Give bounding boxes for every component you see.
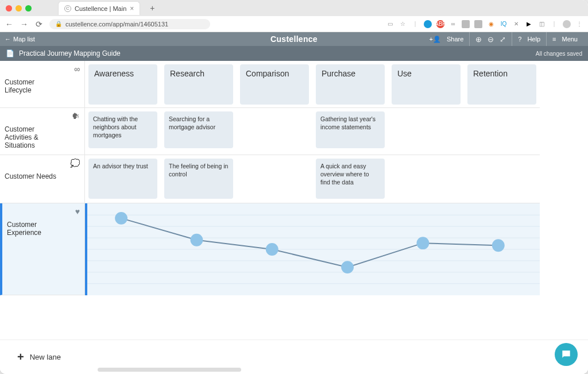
thought-bubble-icon: 💭	[70, 159, 80, 168]
phase-label: Purchase	[322, 69, 355, 78]
star-icon[interactable]: ☆	[399, 20, 407, 28]
chat-icon	[560, 349, 572, 360]
ext-icon[interactable]	[474, 20, 482, 28]
lane-header-activities[interactable]: Customer Activities & Situations 🗣	[0, 108, 85, 155]
sticky-card[interactable]: Searching for a mortgage advisor	[164, 111, 233, 148]
lane-header-experience[interactable]: Customer Experience ♥	[0, 203, 85, 295]
profile-avatar[interactable]	[563, 20, 571, 28]
window-close-icon[interactable]	[6, 5, 12, 11]
reader-icon[interactable]: ▭	[386, 20, 394, 28]
kebab-menu-icon[interactable]: ⋮	[575, 20, 583, 28]
browser-tab[interactable]: C Custellence | Main ×	[58, 1, 140, 15]
menu-label: Menu	[562, 36, 578, 43]
phase-label: Use	[397, 69, 412, 78]
heart-icon: ♥	[75, 207, 80, 216]
window-zoom-icon[interactable]	[25, 5, 32, 11]
tab-close-icon[interactable]: ×	[130, 5, 134, 13]
new-tab-button[interactable]: +	[147, 3, 157, 13]
sticky-text: A quick and easy overview where to find …	[320, 163, 369, 186]
app-topbar: ← Map list Custellence +👤 Share ⊕ ⊖ ⤢ ? …	[0, 32, 588, 46]
address-bar: ← → ⟳ 🔒 custellence.com/app/main/1460513…	[0, 16, 588, 32]
help-button[interactable]: ? Help	[512, 32, 546, 46]
nav-reload-icon[interactable]: ⟳	[34, 20, 44, 29]
lane-label: Customer Activities & Situations	[5, 114, 59, 149]
ext-icon[interactable]	[462, 20, 470, 28]
document-icon: 📄	[6, 49, 14, 57]
share-icon: +👤	[430, 36, 441, 43]
share-button[interactable]: +👤 Share	[424, 32, 470, 46]
phase-card[interactable]: Purchase	[316, 64, 385, 105]
experience-point[interactable]	[266, 243, 278, 256]
favicon-icon: C	[64, 5, 71, 12]
phase-card[interactable]: Use	[392, 64, 461, 105]
app-logo: Custellence	[270, 34, 318, 44]
share-label: Share	[447, 36, 463, 43]
phase-card[interactable]: Awareness	[88, 64, 157, 105]
ext-icon[interactable]: ◫	[537, 20, 546, 28]
ext-icon[interactable]: ∞	[449, 20, 457, 28]
titlebar: C Custellence | Main × +	[0, 0, 588, 16]
new-lane-button[interactable]: + New lane	[17, 350, 61, 364]
sticky-card[interactable]: An advisor they trust	[88, 159, 157, 199]
window-minimize-icon[interactable]	[16, 5, 22, 11]
url-field[interactable]: 🔒 custellence.com/app/main/14605131	[49, 19, 210, 29]
map-list-link[interactable]: ← Map list	[5, 36, 35, 43]
url-text: custellence.com/app/main/14605131	[65, 21, 168, 28]
phase-label: Research	[170, 69, 204, 78]
phase-card[interactable]: Retention	[467, 64, 536, 105]
ext-icon[interactable]: ▶	[525, 20, 533, 28]
intercom-launcher[interactable]	[555, 343, 578, 366]
document-title[interactable]: Practical Journey Mapping Guide	[19, 49, 121, 57]
phase-card[interactable]: Research	[164, 64, 233, 105]
lane-header-needs[interactable]: Customer Needs 💭	[0, 155, 85, 203]
experience-line-chart	[87, 203, 540, 295]
zoom-out-button[interactable]: ⊖	[488, 35, 494, 44]
infinity-icon: ∞	[74, 64, 80, 74]
phase-label: Awareness	[94, 69, 134, 78]
lane-header-lifecycle[interactable]: Customer Lifecycle ∞	[0, 61, 85, 108]
speaking-icon: 🗣	[72, 111, 80, 121]
phase-card[interactable]: Comparison	[240, 64, 309, 105]
ext-icon[interactable]: ◉	[487, 20, 495, 28]
save-state-label: All changes saved	[536, 51, 582, 57]
experience-point[interactable]	[492, 239, 505, 252]
browser-window: C Custellence | Main × + ← → ⟳ 🔒 custell…	[0, 0, 588, 374]
bottom-bar: + New lane	[0, 340, 588, 374]
adblock-icon[interactable]: ABP	[436, 20, 444, 28]
sticky-text: Chatting with the neighbors about mortga…	[93, 115, 138, 138]
map-list-label: Map list	[13, 36, 35, 43]
horizontal-scrollbar[interactable]	[98, 368, 241, 372]
sticky-text: Gathering last year's income statements	[320, 115, 376, 130]
experience-point[interactable]	[416, 237, 429, 249]
tab-title: Custellence | Main	[75, 5, 126, 12]
experience-chart[interactable]	[85, 203, 540, 295]
phase-label: Comparison	[246, 69, 289, 78]
sticky-text: The feeling of being in control	[169, 163, 228, 178]
sticky-card[interactable]: A quick and easy overview where to find …	[316, 159, 385, 199]
zoom-in-button[interactable]: ⊕	[475, 35, 482, 44]
nav-forward-icon[interactable]: →	[20, 20, 29, 29]
phase-label: Retention	[473, 69, 508, 78]
ext-icon[interactable]: IQ	[500, 20, 508, 28]
nav-back-icon[interactable]: ←	[5, 20, 14, 29]
extension-icons: ▭ ☆ | ABP ∞ ◉ IQ ✕ ▶ ◫ | ⋮	[386, 20, 583, 28]
journey-canvas[interactable]: Customer Lifecycle ∞ Awareness Research …	[0, 61, 588, 374]
fullscreen-button[interactable]: ⤢	[500, 35, 506, 44]
lock-icon: 🔒	[55, 21, 62, 27]
lane-label: Customer Lifecycle	[5, 67, 59, 94]
help-label: Help	[527, 36, 540, 43]
ext-icon[interactable]: ✕	[512, 20, 520, 28]
sticky-card[interactable]: Gathering last year's income statements	[316, 111, 385, 148]
document-bar: 📄 Practical Journey Mapping Guide All ch…	[0, 46, 588, 61]
experience-point[interactable]	[115, 212, 127, 225]
lane-label: Customer Needs	[5, 161, 56, 180]
ext-icon[interactable]	[424, 20, 432, 28]
plus-icon: +	[17, 350, 24, 364]
experience-point[interactable]	[341, 261, 354, 273]
sticky-card[interactable]: Chatting with the neighbors about mortga…	[88, 111, 157, 148]
sticky-card[interactable]: The feeling of being in control	[164, 159, 233, 199]
arrow-left-icon: ←	[5, 36, 11, 43]
experience-point[interactable]	[190, 234, 203, 246]
hamburger-icon: ≡	[552, 36, 556, 43]
menu-button[interactable]: ≡ Menu	[546, 32, 583, 46]
